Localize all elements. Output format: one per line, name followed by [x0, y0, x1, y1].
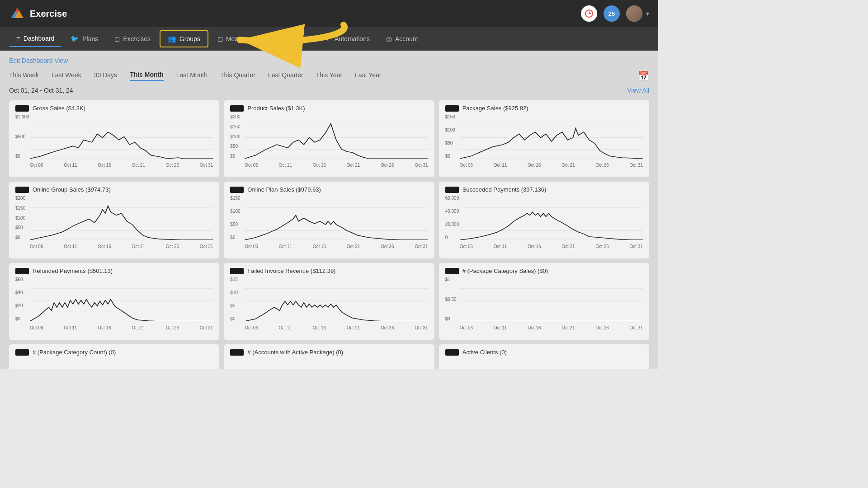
- app-title: Exercise: [30, 9, 67, 19]
- nav-label-schedule: Schedule: [283, 35, 309, 42]
- chart-svg: [460, 196, 643, 240]
- filter-last-week[interactable]: Last Week: [52, 71, 81, 80]
- y-axis-label: 60,000: [445, 196, 459, 201]
- y-axis-label: $200: [230, 114, 240, 119]
- x-axis-label: Oct 26: [595, 244, 609, 249]
- chart-area-package-category-sales: $1$0.50$0Oct 06Oct 11Oct 16Oct 21Oct 26O…: [445, 277, 643, 330]
- filter-last-quarter[interactable]: Last Quarter: [268, 71, 303, 80]
- nav-item-plans[interactable]: 🐦 Plans: [63, 31, 105, 47]
- x-axis-label: Oct 31: [200, 244, 213, 249]
- chart-header-active-clients: Active Clients (0): [445, 349, 643, 356]
- nav-item-schedule[interactable]: 📅 Schedule: [264, 31, 316, 47]
- chart-plot: [460, 114, 643, 159]
- topbar-right: 25 ▾: [581, 5, 649, 22]
- chart-card-product-sales[interactable]: Product Sales ($1.3K)$200$150$100$50$0Oc…: [224, 100, 434, 177]
- y-axis-label: $0: [230, 316, 238, 321]
- y-axis-label: $5: [230, 303, 238, 308]
- chart-card-gross-sales[interactable]: Gross Sales ($4.3K)$1,000$500$0Oct 06Oct…: [9, 100, 219, 177]
- x-axis-label: Oct 21: [561, 163, 575, 168]
- chart-title-failed-invoice-revenue: Failed Invoice Revenue ($112.39): [247, 267, 335, 274]
- notification-button[interactable]: 25: [604, 5, 620, 22]
- nav-item-account[interactable]: ◎ Account: [379, 31, 425, 47]
- filter-this-month[interactable]: This Month: [130, 71, 164, 81]
- chart-card-active-clients[interactable]: Active Clients (0): [439, 344, 649, 369]
- charts-grid: Gross Sales ($4.3K)$1,000$500$0Oct 06Oct…: [9, 100, 649, 369]
- chart-legend-box: [15, 349, 29, 356]
- x-axis-label: Oct 21: [347, 163, 360, 168]
- chart-legend-box: [445, 187, 459, 193]
- x-axis-label: Oct 06: [460, 244, 473, 249]
- chart-card-succeeded-payments[interactable]: Succeeded Payments (397,136)60,00040,000…: [439, 182, 649, 258]
- calendar-icon[interactable]: 📅: [638, 70, 649, 81]
- x-axis-labels: Oct 06Oct 11Oct 16Oct 21Oct 26Oct 31: [460, 244, 643, 249]
- account-icon: ◎: [386, 35, 392, 43]
- chart-card-online-plan-sales[interactable]: Online Plan Sales ($979.63)$150$100$50$0…: [224, 182, 434, 258]
- nav-item-groups[interactable]: 👥 Groups: [160, 30, 208, 47]
- x-axis-label: Oct 11: [64, 325, 77, 330]
- y-axis-label: $0: [230, 154, 240, 159]
- chart-legend-box: [230, 105, 244, 112]
- chart-title-package-sales: Package Sales ($925.82): [462, 105, 528, 112]
- chart-card-online-group-sales[interactable]: Online Group Sales ($974.73)$200$150$100…: [9, 182, 219, 258]
- chart-header-accounts-active-package: # (Accounts with Active Package) (0): [230, 349, 428, 356]
- chart-line: [460, 128, 643, 159]
- filter-this-quarter[interactable]: This Quarter: [220, 71, 255, 80]
- chart-svg: [245, 277, 428, 321]
- chart-card-package-sales[interactable]: Package Sales ($925.82)$150$100$50$0Oct …: [439, 100, 649, 177]
- nav-item-automations[interactable]: ✓ Automations: [318, 31, 377, 47]
- x-axis-label: Oct 16: [313, 325, 326, 330]
- x-axis-labels: Oct 06Oct 11Oct 16Oct 21Oct 26Oct 31: [30, 244, 213, 249]
- avatar-button[interactable]: [626, 5, 642, 22]
- y-axis-labels: $200$150$100$50$0: [15, 196, 25, 240]
- chart-card-package-category-count[interactable]: # (Package Category Count) (0): [9, 344, 219, 369]
- chart-card-failed-invoice-revenue[interactable]: Failed Invoice Revenue ($112.39)$15$10$5…: [224, 263, 434, 340]
- x-axis-label: Oct 16: [98, 244, 111, 249]
- chart-title-refunded-payments: Refunded Payments ($501.13): [33, 267, 113, 274]
- y-axis-label: $0: [15, 235, 25, 240]
- view-all-link[interactable]: View All: [627, 87, 649, 94]
- date-range-row: Oct 01, 24 - Oct 31, 24 View All: [9, 87, 649, 94]
- x-axis-label: Oct 16: [313, 244, 326, 249]
- filter-this-year[interactable]: This Year: [316, 71, 342, 80]
- topbar-left: Exercise: [9, 5, 67, 22]
- y-axis-labels: $1,000$500$0: [15, 114, 29, 159]
- chart-legend-box: [15, 268, 29, 274]
- chart-plot: [460, 277, 643, 321]
- y-axis-label: $150: [230, 124, 240, 129]
- filter-last-year[interactable]: Last Year: [355, 71, 381, 80]
- filter-30-days[interactable]: 30 Days: [94, 71, 117, 80]
- filter-last-month[interactable]: Last Month: [176, 71, 208, 80]
- chart-card-package-category-sales[interactable]: # (Package Category Sales) ($0)$1$0.50$0…: [439, 263, 649, 340]
- x-axis-label: Oct 06: [245, 244, 258, 249]
- chart-card-accounts-active-package[interactable]: # (Accounts with Active Package) (0): [224, 344, 434, 369]
- chart-svg: [460, 114, 643, 159]
- clock-icon-button[interactable]: [581, 5, 597, 22]
- chart-card-refunded-payments[interactable]: Refunded Payments ($501.13)$60$40$20$0Oc…: [9, 263, 219, 340]
- edit-dashboard-link[interactable]: Edit Dashboard View: [9, 57, 649, 64]
- topbar: Exercise 25 ▾: [0, 0, 658, 27]
- x-axis-labels: Oct 06Oct 11Oct 16Oct 21Oct 26Oct 31: [460, 163, 643, 168]
- nav-item-dashboard[interactable]: ≡ Dashboard: [9, 31, 61, 47]
- chart-plot: [460, 196, 643, 240]
- y-axis-labels: $150$100$50$0: [445, 114, 455, 159]
- account-chevron-icon[interactable]: ▾: [646, 10, 649, 17]
- chart-legend-box: [230, 349, 244, 356]
- x-axis-label: Oct 11: [494, 325, 507, 330]
- x-axis-label: Oct 31: [415, 325, 428, 330]
- chart-plot: [245, 114, 428, 159]
- chart-header-online-plan-sales: Online Plan Sales ($979.63): [230, 186, 428, 193]
- chart-title-active-clients: Active Clients (0): [462, 349, 507, 356]
- x-axis-label: Oct 26: [381, 244, 394, 249]
- filter-this-week[interactable]: This Week: [9, 71, 39, 80]
- nav-item-messages[interactable]: ◻ Messages: [210, 31, 262, 47]
- time-filters: This Week Last Week 30 Days This Month L…: [9, 70, 649, 81]
- y-axis-label: $150: [445, 114, 455, 119]
- x-axis-label: Oct 26: [166, 163, 179, 168]
- chart-area-online-group-sales: $200$150$100$50$0Oct 06Oct 11Oct 16Oct 2…: [15, 196, 213, 249]
- x-axis-label: Oct 26: [595, 325, 609, 330]
- x-axis-label: Oct 31: [415, 244, 428, 249]
- x-axis-label: Oct 16: [528, 163, 541, 168]
- nav-item-exercises[interactable]: ◻ Exercises: [107, 31, 158, 47]
- chart-legend-box: [445, 268, 459, 274]
- main-content: Edit Dashboard View This Week Last Week …: [0, 51, 658, 369]
